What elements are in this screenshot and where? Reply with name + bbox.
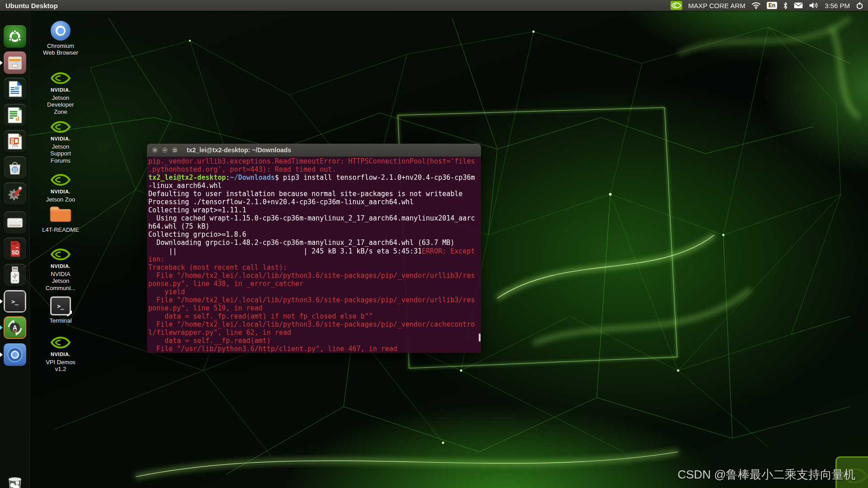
running-indicator-arrow [0,352,3,357]
terminal-line: Traceback (most recent call last): [148,263,481,272]
svg-text:A: A [13,324,17,331]
ubuntu-software-icon [4,156,26,179]
terminal-line: || | 245 kB 3.1 kB/s eta 5:45:31ERROR: E… [148,247,481,255]
terminal-line: Downloading grpcio-1.48.2-cp36-cp36m-man… [148,239,481,247]
terminal-line: h64.whl (75 kB) [148,222,481,230]
nvidia-logo-icon: NVIDIA. [51,336,71,357]
dock-item-system-settings[interactable] [4,183,26,205]
terminal-line: File "/usr/lib/python3.6/http/client.py"… [148,345,481,353]
desktop-icon-jetson-developer-zone[interactable]: NVIDIA.Jetson Developer Zone [42,71,80,115]
terminal-icon: >_ [50,296,71,315]
nvidia-logo-icon: NVIDIA. [51,120,71,141]
minimize-button[interactable]: − [161,146,169,154]
terminal-line: .pythonhosted.org', port=443): Read time… [148,165,481,174]
dock-item-chromium[interactable] [4,343,26,366]
terminal-line: l/filewrapper.py", line 62, in read [148,328,481,337]
terminal-icon: >_ [4,290,26,313]
scrollbar-handle[interactable] [479,333,481,342]
dock-item-software-updater[interactable]: A [4,316,26,339]
terminal-window: × − tx2_lei@tx2-desktop: ~/Downloads pip… [147,144,481,353]
window-title: tx2_lei@tx2-desktop: ~/Downloads [187,146,291,154]
desktop-icon-label: Jetson Zoo [42,196,80,203]
dock-item-dash-home[interactable] [4,25,26,48]
terminal-line: data = self._fp.read(amt) if not fp_clos… [148,312,481,320]
csdn-watermark: CSDN @鲁棒最小二乘支持向量机 [678,467,855,483]
wifi-icon[interactable] [751,2,761,9]
chromium-icon [51,21,71,41]
files-icon [4,52,26,74]
maximize-button[interactable] [171,146,179,154]
libreoffice-writer-icon [4,78,26,100]
libreoffice-calc-icon [4,104,26,127]
running-indicator-arrow [0,325,3,330]
desktop-icon-terminal[interactable]: >_Terminal [42,296,80,324]
desktop-icon-label: L4T-README [42,226,80,233]
desktop-icon-label: NVIDIA Jetson Communi... [42,271,80,291]
desktop-icon-label: Terminal [42,317,80,324]
dock-item-usb-drive[interactable] [4,264,26,286]
dock-item-libreoffice-writer[interactable] [4,78,26,100]
chromium-icon [4,343,26,366]
desktop-icon-label: Chromium Web Browser [42,42,80,56]
volume-icon[interactable] [809,2,819,9]
desktop-icon-jetson-support-forums[interactable]: NVIDIA.Jetson Support Forums [42,120,80,164]
system-settings-icon [4,183,26,205]
desktop-icon-vpi-demos[interactable]: NVIDIA.VPI Demos v1.2 [42,336,80,373]
terminal-line: File "/home/tx2_lei/.local/lib/python3.6… [148,320,481,328]
terminal-line: File "/home/tx2_lei/.local/lib/python3.6… [148,272,481,280]
terminal-line: ion: [148,255,481,263]
dock-item-libreoffice-impress[interactable] [4,130,26,153]
desktop-icon-l4t-readme[interactable]: L4T-README [42,205,80,233]
running-indicator-arrow [0,299,3,304]
svg-text:SD: SD [12,249,19,256]
launcher-dock: SD>_A [0,11,30,488]
power-icon[interactable] [856,2,863,9]
dock-item-trash[interactable] [4,474,26,488]
terminal-line: pip._vendor.urllib3.exceptions.ReadTimeo… [148,157,481,165]
nvidia-logo-icon: NVIDIA. [51,71,71,93]
bluetooth-icon[interactable] [783,2,788,9]
terminal-line: data = self.__fp.read(amt) [148,337,481,345]
desktop-icon-jetson-zoo[interactable]: NVIDIA.Jetson Zoo [42,173,80,203]
terminal-line: yield [148,288,481,296]
dock-item-ubuntu-software[interactable] [4,156,26,179]
dock-item-files[interactable] [4,52,26,74]
terminal-line: ponse.py", line 438, in _error_catcher [148,280,481,288]
dock-item-libreoffice-calc[interactable] [4,104,26,127]
desktop-icon-label: Jetson Developer Zone [42,94,80,115]
clock[interactable]: 3:56 PM [825,2,850,9]
desktop-icon-label: Jetson Support Forums [42,143,80,164]
terminal-line: -linux_aarch64.whl [148,182,481,190]
top-panel: Ubuntu Desktop MAXP CORE ARM En 3:56 PM [0,0,868,11]
libreoffice-impress-icon [4,130,26,153]
power-mode-indicator[interactable]: MAXP CORE ARM [688,2,745,9]
sd-card-icon: SD [4,238,26,260]
usb-drive-icon [4,264,26,286]
running-indicator-arrow [0,61,3,65]
dock-item-sd-card[interactable]: SD [4,238,26,260]
folder-icon [49,205,72,225]
terminal-line: Defaulting to user installation because … [148,190,481,198]
keyboard-layout-indicator[interactable]: En [767,2,777,9]
terminal-line: ponse.py", line 519, in read [148,304,481,312]
dock-item-disks[interactable] [4,211,26,234]
desktop-icon-chromium-web-browser[interactable]: Chromium Web Browser [42,21,80,56]
panel-title: Ubuntu Desktop [5,2,58,9]
nvidia-logo-icon: NVIDIA. [51,173,71,194]
mail-icon[interactable] [794,2,803,9]
terminal-line: Collecting wrapt>=1.11.1 [148,206,481,214]
terminal-titlebar[interactable]: × − tx2_lei@tx2-desktop: ~/Downloads [147,144,481,157]
nvidia-logo-icon: NVIDIA. [51,248,71,269]
desktop-icon-label: VPI Demos v1.2 [42,359,80,373]
trash-icon [4,474,26,488]
terminal-line: tx2_lei@tx2-desktop:~/Downloads$ pip3 in… [148,174,481,182]
nvidia-status-icon[interactable] [670,1,682,10]
terminal-output[interactable]: pip._vendor.urllib3.exceptions.ReadTimeo… [147,157,481,353]
terminal-line: Processing ./tensorflow-2.1.0+nv20.4-cp3… [148,198,481,206]
terminal-line: Using cached wrapt-1.15.0-cp36-cp36m-man… [148,214,481,222]
disks-icon [4,211,26,234]
dash-home-icon [4,25,26,48]
dock-item-terminal[interactable]: >_ [4,290,26,313]
desktop-icon-nvidia-jetson-community[interactable]: NVIDIA.NVIDIA Jetson Communi... [42,248,80,291]
close-button[interactable]: × [151,146,159,154]
